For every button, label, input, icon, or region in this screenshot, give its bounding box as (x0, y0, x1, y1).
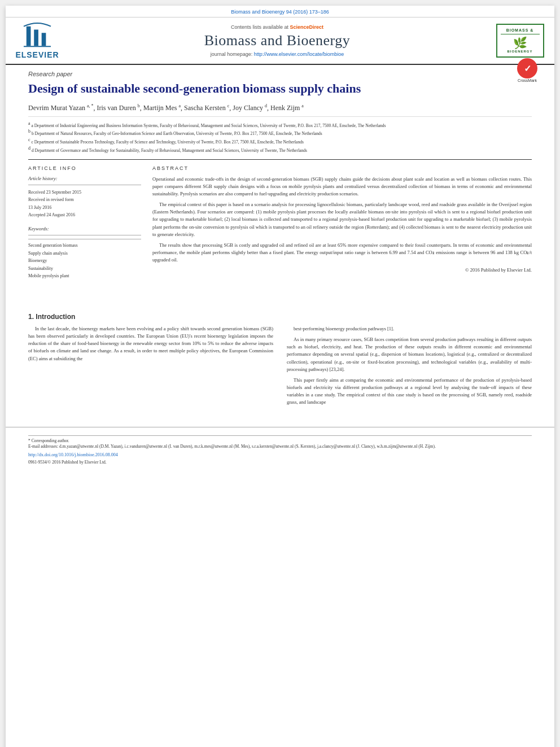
author-clancy: Joy Clancy d, (233, 104, 270, 112)
keywords-list: Second generation biomass Supply chain a… (28, 239, 141, 280)
keyword-1: Second generation biomass (28, 242, 141, 250)
svg-rect-2 (42, 33, 46, 46)
intro-left-col: In the last decade, the bioenergy market… (28, 325, 273, 410)
abstract-para-2: The empirical context of this paper is b… (152, 201, 532, 238)
footer-area: * Corresponding author. E-mail addresses… (6, 427, 554, 469)
body-content: 1. Introduction In the last decade, the … (6, 298, 554, 421)
bb-logo-bottom-text: BIOENERGY (501, 50, 540, 53)
bb-logo-area: BIOMASS & 🌿 BIOENERGY (495, 24, 545, 58)
copyright-line: © 2016 Published by Elsevier Ltd. (152, 267, 532, 273)
bb-logo-icon: 🌿 (501, 36, 540, 50)
article-history-label: Article history: (28, 176, 141, 181)
footer-issn: 0961-9534/© 2016 Published by Elsevier L… (28, 460, 532, 465)
keyword-3: Bioenergy (28, 257, 141, 265)
svg-rect-3 (24, 46, 51, 47)
footnote-star: * Corresponding author. (28, 435, 532, 443)
paper-type-label: Research paper (28, 71, 532, 77)
journal-title: Biomass and Bioenergy (65, 32, 489, 49)
intro-right-para-1: best-performing bioenergy production pat… (287, 325, 532, 333)
footer-emails: E-mail addresses: d.m.yazan@utwente.nl (… (28, 443, 532, 450)
keyword-2: Supply chain analysis (28, 250, 141, 257)
article-info-column: ARTICLE INFO Article history: Received 2… (28, 165, 141, 287)
email-list: d.m.yazan@utwente.nl (D.M. Yazan), i.c.v… (59, 444, 436, 449)
history-divider (28, 185, 141, 185)
sciencedirect-link[interactable]: ScienceDirect (290, 24, 324, 30)
journal-homepage-link[interactable]: http://www.elsevier.com/locate/biombioe (254, 51, 344, 57)
abstract-label: ABSTRACT (152, 165, 532, 171)
keywords-block: Keywords: Second generation biomass Supp… (28, 226, 141, 280)
author-yazan: Devrim Murat Yazan a, *, (28, 104, 97, 112)
title-crossmark-row: ✓ CrossMark Design of sustainable second… (28, 81, 532, 97)
journal-homepage: journal homepage: http://www.elsevier.co… (65, 51, 489, 57)
svg-rect-0 (27, 27, 31, 46)
received-date: Received 23 September 2015 Received in r… (28, 189, 141, 219)
elsevier-tree-icon (20, 22, 54, 50)
keyword-4: Sustainability (28, 265, 141, 273)
affiliation-b: b b Department of Natural Resources, Fac… (28, 128, 532, 137)
elsevier-logo-area: ELSEVIER (15, 22, 60, 59)
intro-left-para-1: In the last decade, the bioenergy market… (28, 325, 273, 362)
article-history-block: Article history: Received 23 September 2… (28, 176, 141, 219)
affiliation-d: d d Department of Governance and Technol… (28, 145, 532, 154)
page: Biomass and Bioenergy 94 (2016) 173–186 … (6, 6, 554, 747)
crossmark-area[interactable]: ✓ CrossMark (517, 58, 537, 82)
author-mes: Martijn Mes a, (143, 104, 184, 112)
keywords-label: Keywords: (28, 226, 141, 231)
abstract-text: Operational and economic trade-offs in t… (152, 176, 532, 264)
intro-right-col: best-performing bioenergy production pat… (287, 325, 532, 410)
doi-link[interactable]: http://dx.doi.org/10.1016/j.biombioe.201… (28, 452, 532, 457)
article-title: Design of sustainable second-generation … (28, 81, 532, 97)
journal-reference-bar: Biomass and Bioenergy 94 (2016) 173–186 (6, 6, 554, 18)
keywords-divider (28, 235, 141, 235)
bb-logo-top-text: BIOMASS & (501, 28, 540, 34)
journal-center-info: Contents lists available at ScienceDirec… (65, 24, 489, 57)
author-vanduren: Iris van Duren b, (97, 104, 143, 112)
keyword-5: Mobile pyrolysis plant (28, 272, 141, 280)
author-zijm: Henk Zijm a (270, 104, 304, 112)
authors-line: Devrim Murat Yazan a, *, Iris van Duren … (28, 103, 532, 113)
crossmark-circle: ✓ (517, 58, 537, 78)
article-content: Research paper ✓ CrossMark Design of sus… (6, 65, 554, 298)
intro-two-col: In the last decade, the bioenergy market… (28, 325, 532, 410)
article-info-label: ARTICLE INFO (28, 165, 141, 171)
abstract-para-3: The results show that processing SGB is … (152, 242, 532, 264)
svg-rect-1 (34, 29, 38, 46)
journal-volume-ref: Biomass and Bioenergy 94 (2016) 173–186 (231, 9, 329, 15)
affiliation-c: c c Department of Sustainable Process Te… (28, 137, 532, 145)
abstract-column: ABSTRACT Operational and economic trade-… (152, 165, 532, 287)
intro-right-para-3: This paper firstly aims at comparing the… (287, 377, 532, 407)
affiliation-a: a a Department of Industrial Engineering… (28, 120, 532, 129)
affiliations-block: a a Department of Industrial Engineering… (28, 116, 532, 154)
crossmark-label: CrossMark (517, 78, 537, 82)
intro-right-para-2: As in many primary resource cases, SGB f… (287, 336, 532, 373)
info-abstract-row: ARTICLE INFO Article history: Received 2… (28, 159, 532, 287)
elsevier-brand-text: ELSEVIER (15, 50, 59, 59)
author-kersten: Sascha Kersten c, (184, 104, 233, 112)
abstract-para-1: Operational and economic trade-offs in t… (152, 176, 532, 198)
contents-line: Contents lists available at ScienceDirec… (65, 24, 489, 30)
journal-header: ELSEVIER Contents lists available at Sci… (6, 18, 554, 65)
intro-section-label: 1. Introduction (28, 313, 532, 321)
